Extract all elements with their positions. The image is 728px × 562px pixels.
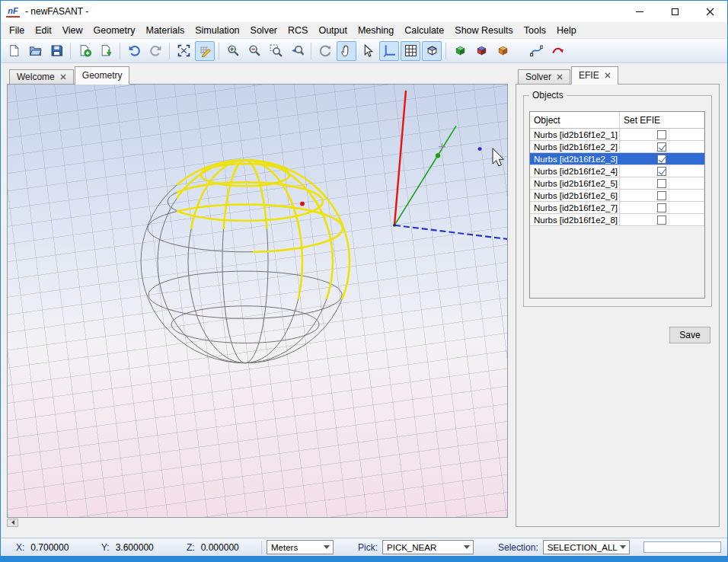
view-plane-button[interactable] <box>422 41 442 61</box>
table-row[interactable]: Nurbs [id2b16f1e2_3] <box>530 153 704 165</box>
tab-geometry[interactable]: Geometry <box>75 66 130 84</box>
close-icon <box>706 8 714 16</box>
efie-checkbox[interactable] <box>657 216 666 225</box>
toolbar-separator <box>311 43 311 59</box>
units-combo[interactable]: Meters <box>267 540 334 554</box>
menu-materials[interactable]: Materials <box>140 24 190 37</box>
table-row[interactable]: Nurbs [id2b16f1e2_2] <box>530 141 704 153</box>
open-button[interactable] <box>25 41 45 61</box>
axes-button[interactable] <box>379 41 399 61</box>
close-tab-button[interactable] <box>557 74 563 80</box>
scene-3d <box>8 85 507 517</box>
tab-welcome[interactable]: Welcome <box>9 69 74 84</box>
table-row[interactable]: Nurbs [id2b16f1e2_5] <box>530 177 704 190</box>
orbit-button[interactable] <box>315 41 335 61</box>
app-window: nF - newFASANT - File Edit View Geometry… <box>0 0 728 562</box>
redo-button[interactable] <box>145 41 165 61</box>
table-row[interactable]: Nurbs [id2b16f1e2_7] <box>530 202 704 214</box>
menu-output[interactable]: Output <box>313 24 353 37</box>
zoom-selection-button[interactable] <box>287 41 307 61</box>
zoom-window-icon <box>270 44 283 57</box>
objects-group: Objects Object Set EFIE Nurbs [id2b16f1e… <box>523 95 712 307</box>
pick-label: Pick: <box>358 542 378 553</box>
window-title: - newFASANT - <box>25 6 88 17</box>
table-row[interactable]: Nurbs [id2b16f1e2_6] <box>530 190 704 202</box>
menu-calculate[interactable]: Calculate <box>399 24 449 37</box>
zoom-window-button[interactable] <box>266 41 286 61</box>
redo-icon <box>149 44 162 57</box>
table-row[interactable]: Nurbs [id2b16f1e2_8] <box>530 214 704 226</box>
tab-solver[interactable]: Solver <box>518 69 570 84</box>
maximize-button[interactable] <box>657 1 692 22</box>
save-button[interactable]: Save <box>669 327 710 343</box>
undo-button[interactable] <box>124 41 144 61</box>
solid-view-multi-button[interactable] <box>471 41 491 61</box>
fit-view-button[interactable] <box>174 41 193 61</box>
export-geometry-icon <box>100 44 113 57</box>
viewport-3d[interactable] <box>7 84 508 518</box>
fit-view-icon <box>177 44 190 57</box>
efie-checkbox[interactable] <box>657 155 666 164</box>
selection-combo[interactable]: SELECTION_ALL <box>543 540 630 554</box>
table-row[interactable]: Nurbs [id2b16f1e2_1] <box>530 129 704 141</box>
column-header-set-efie[interactable]: Set EFIE <box>620 112 704 128</box>
save-file-button[interactable] <box>46 41 66 61</box>
efie-checkbox[interactable] <box>657 167 666 176</box>
pan-button[interactable] <box>337 41 356 61</box>
close-button[interactable] <box>692 1 727 22</box>
menu-rcs[interactable]: RCS <box>283 24 313 37</box>
efie-checkbox[interactable] <box>657 179 666 188</box>
import-geometry-button[interactable] <box>75 41 94 61</box>
scroll-left-button[interactable] <box>7 519 18 527</box>
viewport-tabbar: Welcome Geometry <box>7 66 508 84</box>
zoom-out-button[interactable] <box>244 41 264 61</box>
nurbs-curve-icon <box>530 44 543 57</box>
menu-meshing[interactable]: Meshing <box>353 24 399 37</box>
menu-show-results[interactable]: Show Results <box>449 24 518 37</box>
open-folder-icon <box>29 44 42 57</box>
axis-z-handle <box>478 147 482 151</box>
select-button[interactable] <box>358 41 378 61</box>
app-logo-icon: nF <box>6 5 20 18</box>
efie-checkbox[interactable] <box>657 142 666 152</box>
zoom-in-button[interactable] <box>223 41 243 61</box>
triangle-left-icon <box>11 520 14 525</box>
tab-efie-label: EFIE <box>579 70 599 81</box>
menu-view[interactable]: View <box>57 24 88 37</box>
export-geometry-button[interactable] <box>96 41 116 61</box>
solid-view-green-button[interactable] <box>450 41 470 61</box>
mouse-cursor-icon <box>493 148 503 166</box>
efie-checkbox[interactable] <box>657 191 666 200</box>
grid-button[interactable] <box>401 41 420 61</box>
edit-grid-icon <box>199 44 212 57</box>
edit-grid-button[interactable] <box>195 41 215 61</box>
menu-simulation[interactable]: Simulation <box>190 24 244 37</box>
table-row[interactable]: Nurbs [id2b16f1e2_4] <box>530 165 704 177</box>
column-header-object[interactable]: Object <box>530 112 620 128</box>
nurbs-curve-button[interactable] <box>526 41 546 61</box>
toolbar <box>1 39 727 63</box>
menu-geometry[interactable]: Geometry <box>88 24 141 37</box>
menu-solver[interactable]: Solver <box>245 24 283 37</box>
menu-edit[interactable]: Edit <box>30 24 57 37</box>
efie-checkbox[interactable] <box>657 203 666 212</box>
new-file-button[interactable] <box>4 41 24 61</box>
solid-view-orange-button[interactable] <box>493 41 512 61</box>
cube-green-icon <box>454 44 467 57</box>
menu-tools[interactable]: Tools <box>519 24 551 37</box>
menu-help[interactable]: Help <box>551 24 582 37</box>
table-header: Object Set EFIE <box>530 112 704 129</box>
zoom-in-icon <box>227 44 240 57</box>
tab-welcome-label: Welcome <box>17 72 55 82</box>
tab-efie[interactable]: EFIE <box>571 66 618 84</box>
pick-combo[interactable]: PICK_NEAR <box>382 540 474 554</box>
main-area: Welcome Geometry <box>1 63 727 538</box>
normals-button[interactable] <box>548 41 567 61</box>
efie-checkbox[interactable] <box>657 130 666 139</box>
undo-icon <box>128 44 141 57</box>
close-tab-button[interactable] <box>605 72 611 78</box>
close-icon <box>605 72 611 78</box>
menu-file[interactable]: File <box>4 24 30 37</box>
minimize-button[interactable] <box>622 1 657 22</box>
close-tab-button[interactable] <box>60 74 66 80</box>
